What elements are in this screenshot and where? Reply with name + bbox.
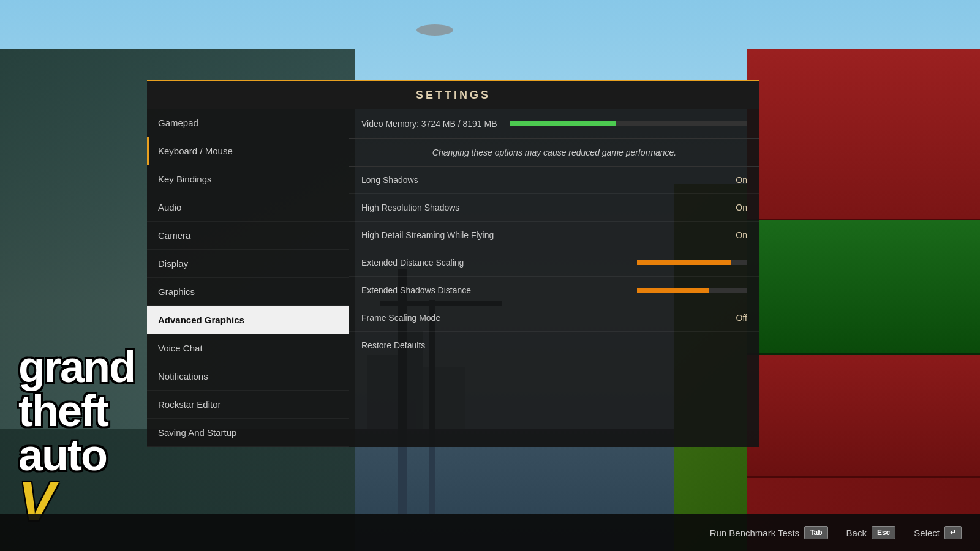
logo-text: grand theft auto [18, 345, 135, 477]
extended-distance-scaling-slider[interactable] [637, 260, 747, 265]
run-benchmark-label: Run Benchmark Tests [710, 528, 799, 538]
esc-key-badge: Esc [872, 526, 895, 539]
frame-scaling-mode-value: Off [710, 313, 747, 323]
sidebar-item-saving-startup[interactable]: Saving And Startup [147, 419, 349, 447]
extended-shadows-distance-slider[interactable] [637, 288, 747, 293]
frame-scaling-mode-row[interactable]: Frame Scaling Mode Off [349, 304, 760, 332]
sidebar-item-voice-chat[interactable]: Voice Chat [147, 334, 349, 362]
extended-distance-scaling-row[interactable]: Extended Distance Scaling [349, 249, 760, 277]
video-memory-fill [510, 121, 617, 126]
high-res-shadows-row[interactable]: High Resolution Shadows On [349, 194, 760, 222]
select-action[interactable]: Select ↵ [914, 526, 962, 539]
warning-text: Changing these options may cause reduced… [349, 139, 760, 167]
video-memory-label: Video Memory: 3724 MB / 8191 MB [361, 119, 497, 129]
video-memory-bar [510, 121, 747, 126]
high-detail-streaming-value: On [710, 230, 747, 240]
run-benchmark-action: Run Benchmark Tests Tab [710, 526, 828, 539]
extended-shadows-distance-row[interactable]: Extended Shadows Distance [349, 277, 760, 304]
high-res-shadows-value: On [710, 203, 747, 212]
settings-title: SETTINGS [416, 89, 491, 101]
high-detail-streaming-label: High Detail Streaming While Flying [361, 230, 710, 240]
extended-distance-scaling-fill [637, 260, 731, 265]
sidebar-item-audio[interactable]: Audio [147, 193, 349, 222]
video-memory-row: Video Memory: 3724 MB / 8191 MB [349, 109, 760, 139]
settings-panel: SETTINGS Gamepad Keyboard / Mouse Key Bi… [147, 80, 760, 447]
sidebar-item-key-bindings[interactable]: Key Bindings [147, 165, 349, 193]
gta-logo: grand theft auto V [18, 345, 135, 527]
long-shadows-row[interactable]: Long Shadows On [349, 167, 760, 194]
sidebar-item-keyboard-mouse[interactable]: Keyboard / Mouse [147, 137, 349, 165]
sidebar-item-graphics[interactable]: Graphics [147, 278, 349, 306]
sidebar-item-advanced-graphics[interactable]: Advanced Graphics [147, 306, 349, 334]
extended-distance-scaling-label: Extended Distance Scaling [361, 258, 637, 268]
bottom-bar: Run Benchmark Tests Tab Back Esc Select … [0, 514, 980, 551]
logo-line1: grand [18, 345, 135, 389]
sidebar-item-notifications[interactable]: Notifications [147, 362, 349, 391]
frame-scaling-mode-label: Frame Scaling Mode [361, 313, 710, 323]
sidebar-item-gamepad[interactable]: Gamepad [147, 109, 349, 137]
settings-body: Gamepad Keyboard / Mouse Key Bindings Au… [147, 109, 760, 447]
long-shadows-label: Long Shadows [361, 175, 710, 185]
extended-shadows-distance-label: Extended Shadows Distance [361, 285, 637, 295]
enter-key-badge: ↵ [944, 526, 962, 539]
sidebar-item-display[interactable]: Display [147, 250, 349, 278]
sidebar-item-rockstar-editor[interactable]: Rockstar Editor [147, 391, 349, 419]
high-detail-streaming-row[interactable]: High Detail Streaming While Flying On [349, 222, 760, 249]
restore-defaults-label[interactable]: Restore Defaults [361, 340, 747, 350]
back-action: Back Esc [846, 526, 896, 539]
high-res-shadows-label: High Resolution Shadows [361, 203, 710, 212]
back-label: Back [846, 528, 867, 538]
select-label: Select [914, 528, 940, 538]
content-panel: Video Memory: 3724 MB / 8191 MB Changing… [349, 109, 760, 447]
extended-shadows-distance-fill [637, 288, 709, 293]
sidebar-item-camera[interactable]: Camera [147, 222, 349, 250]
logo-line2: theft [18, 389, 135, 433]
nav-sidebar: Gamepad Keyboard / Mouse Key Bindings Au… [147, 109, 349, 447]
long-shadows-value: On [710, 175, 747, 185]
restore-defaults-row[interactable]: Restore Defaults [349, 332, 760, 359]
settings-header: SETTINGS [147, 80, 760, 109]
tab-key-badge: Tab [804, 526, 827, 539]
